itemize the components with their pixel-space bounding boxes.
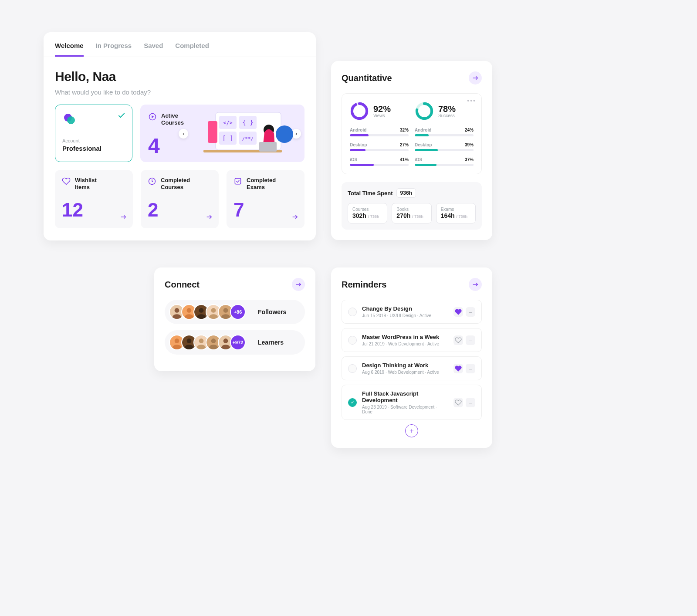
reminders-go-button[interactable] xyxy=(469,278,482,291)
success-label: Success xyxy=(438,113,456,118)
tab-saved[interactable]: Saved xyxy=(144,42,163,57)
account-value: Professional xyxy=(62,145,125,152)
reminder-remove-button[interactable]: – xyxy=(466,364,475,373)
completed-exams-tile[interactable]: Completed Exams 7 xyxy=(227,170,305,228)
heart-icon xyxy=(62,177,71,187)
checkmark-icon xyxy=(117,111,126,122)
arrow-right-icon xyxy=(120,213,127,222)
svg-marker-3 xyxy=(152,115,154,118)
avatar-stack: +86 xyxy=(169,304,246,320)
time-value: 270h xyxy=(396,212,410,219)
connect-row[interactable]: +86Followers xyxy=(165,300,305,324)
completed-courses-tile[interactable]: Completed Courses 2 xyxy=(141,170,219,228)
quantitative-go-button[interactable] xyxy=(469,71,482,85)
reminder-remove-button[interactable]: – xyxy=(466,307,475,317)
reminder-item: ✓Full Stack Javascript DevelopmentAug 23… xyxy=(342,385,482,420)
time-label: Total Time Spent xyxy=(348,190,393,196)
reminder-item: Change By DesignJun 15 2019 · UX/UI Desi… xyxy=(342,300,482,324)
quantitative-title: Quantitative xyxy=(342,73,392,83)
connect-card: Connect +86Followers+972Learners xyxy=(154,267,315,371)
reminder-checkbox[interactable] xyxy=(348,308,357,316)
reminder-like-button[interactable] xyxy=(453,307,463,317)
bar-label: Desktop xyxy=(350,142,367,147)
reminder-title: Master WordPress in a Week xyxy=(362,334,448,340)
reminder-remove-button[interactable]: – xyxy=(466,335,475,345)
reminder-title: Full Stack Javascript Development xyxy=(362,390,448,403)
bar-label: Desktop xyxy=(415,142,432,147)
svg-point-34 xyxy=(199,308,204,313)
connect-label: Learners xyxy=(258,339,284,346)
connect-title: Connect xyxy=(165,280,200,290)
wishlist-tile[interactable]: Wishlist Items 12 xyxy=(55,170,133,228)
bar-row: iOS41% xyxy=(350,157,409,166)
svg-text:/**/: /**/ xyxy=(242,136,254,142)
active-courses-title-l1: Active xyxy=(161,112,184,119)
course-illustration: </> { } [ ] /**/ xyxy=(203,108,295,160)
time-value: 302h xyxy=(352,212,366,219)
avatar-more-badge: +972 xyxy=(230,335,246,350)
play-circle-icon xyxy=(148,112,157,123)
bar-value: 41% xyxy=(400,157,409,162)
svg-point-36 xyxy=(211,308,216,313)
bar-row: iOS37% xyxy=(415,157,474,166)
reminder-checkbox[interactable] xyxy=(348,336,357,345)
svg-point-30 xyxy=(175,308,179,313)
reminder-item: Design Thinking at WorkAug 6 2019 · Web … xyxy=(342,356,482,380)
views-donut-icon xyxy=(350,102,369,121)
svg-point-46 xyxy=(211,338,216,343)
reminder-checkbox[interactable]: ✓ xyxy=(348,398,357,407)
reminder-like-button[interactable] xyxy=(453,398,463,407)
bar-fill xyxy=(415,134,429,136)
wishlist-value: 12 xyxy=(62,199,126,221)
greeting-subtitle: What would you like to do today? xyxy=(55,88,305,96)
carousel-prev-button[interactable]: ‹ xyxy=(179,129,188,139)
bar-fill xyxy=(350,149,365,151)
reminders-title: Reminders xyxy=(342,280,386,290)
time-subvalue: / 736h xyxy=(368,214,379,219)
svg-rect-17 xyxy=(259,142,277,152)
svg-point-38 xyxy=(223,308,228,313)
bar-row: Android32% xyxy=(350,128,409,136)
completed-exams-value: 7 xyxy=(233,199,298,221)
greeting-title: Hello, Naa xyxy=(55,69,305,84)
tab-completed[interactable]: Completed xyxy=(175,42,209,57)
reminder-item: Master WordPress in a WeekJul 21 2019 · … xyxy=(342,328,482,352)
bar-fill xyxy=(350,164,374,166)
time-subvalue: / 736h xyxy=(457,214,468,219)
reminder-like-button[interactable] xyxy=(453,364,463,373)
account-label: Account xyxy=(62,138,125,143)
svg-point-42 xyxy=(187,338,192,343)
reminder-remove-button[interactable]: – xyxy=(466,398,475,407)
time-cell: Courses302h/ 736h xyxy=(348,203,387,223)
tab-welcome[interactable]: Welcome xyxy=(55,42,84,57)
add-reminder-button[interactable]: ＋ xyxy=(405,424,418,437)
bar-fill xyxy=(415,164,436,166)
active-courses-title-l2: Courses xyxy=(161,119,184,126)
welcome-card: Welcome In Progress Saved Completed Hell… xyxy=(44,32,316,240)
reminders-card: Reminders Change By DesignJun 15 2019 · … xyxy=(331,267,492,448)
bar-label: Android xyxy=(350,128,366,132)
time-cell: Books270h/ 736h xyxy=(392,203,431,223)
wishlist-title-l1: Wishlist xyxy=(75,177,97,184)
reminder-like-button[interactable] xyxy=(453,335,463,345)
arrow-right-icon xyxy=(291,213,298,222)
reminder-checkbox[interactable] xyxy=(348,364,357,373)
active-courses-tile[interactable]: Active Courses 4 ‹ › </> { } [ ] /**/ xyxy=(140,105,305,162)
svg-point-48 xyxy=(223,338,228,343)
time-category: Exams xyxy=(441,207,471,212)
tab-in-progress[interactable]: In Progress xyxy=(96,42,132,57)
quantitative-panel: ••• 92% Views Android32%Desktop27 xyxy=(342,93,482,174)
time-value: 164h xyxy=(441,212,455,219)
completed-exams-title-l1: Completed xyxy=(247,177,276,184)
account-tile[interactable]: Account Professional xyxy=(55,105,132,162)
bar-value: 27% xyxy=(400,142,409,147)
connect-go-button[interactable] xyxy=(292,278,305,291)
svg-text:</>: </> xyxy=(223,120,233,126)
connect-row[interactable]: +972Learners xyxy=(165,330,305,355)
wishlist-title-l2: Items xyxy=(75,184,97,191)
time-category: Books xyxy=(396,207,426,212)
bar-label: iOS xyxy=(415,157,422,162)
time-subvalue: / 736h xyxy=(412,214,423,219)
bar-label: iOS xyxy=(350,157,357,162)
more-options-button[interactable]: ••• xyxy=(467,97,476,104)
